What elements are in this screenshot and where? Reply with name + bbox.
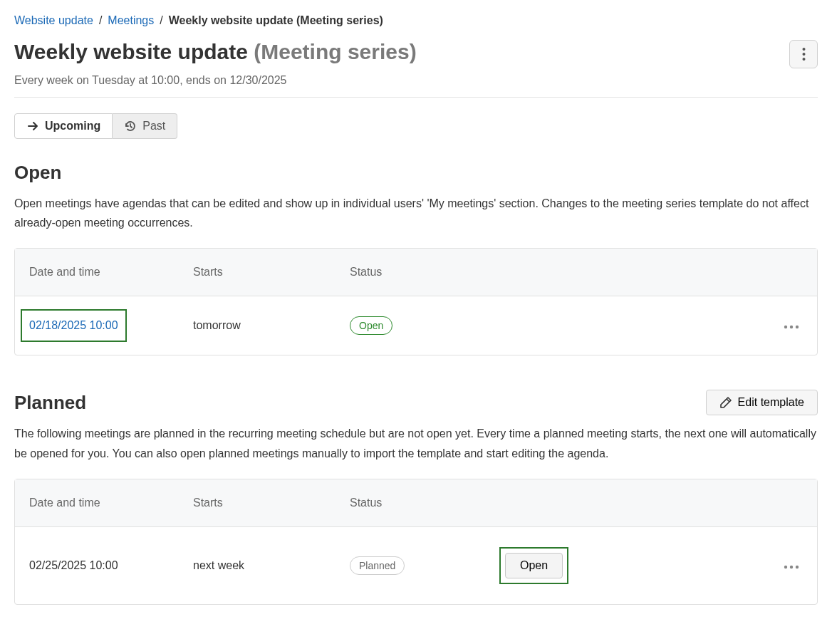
- planned-th-starts: Starts: [179, 479, 336, 527]
- meeting-datetime: 02/25/2025 10:00: [15, 527, 179, 604]
- planned-th-datetime: Date and time: [15, 479, 179, 527]
- open-th-starts: Starts: [179, 249, 336, 296]
- svg-point-0: [802, 48, 805, 51]
- planned-th-menu: [706, 479, 817, 527]
- breadcrumb-current: Weekly website update (Meeting series): [169, 14, 383, 27]
- open-th-datetime: Date and time: [15, 249, 179, 296]
- row-menu-button[interactable]: [780, 322, 803, 332]
- open-meeting-button[interactable]: Open: [505, 553, 563, 578]
- tab-past[interactable]: Past: [113, 113, 177, 139]
- breadcrumb: Website update / Meetings / Weekly websi…: [14, 14, 818, 27]
- tabs: Upcoming Past: [14, 113, 818, 139]
- planned-th-status: Status: [336, 479, 485, 527]
- tab-upcoming[interactable]: Upcoming: [14, 113, 113, 139]
- svg-point-2: [802, 58, 805, 61]
- svg-point-8: [796, 566, 799, 568]
- meeting-starts: tomorrow: [179, 296, 336, 355]
- table-row: 02/18/2025 10:00 tomorrow Open: [15, 296, 817, 355]
- planned-meetings-table: Date and time Starts Status 02/25/2025 1…: [14, 479, 818, 605]
- status-badge: Planned: [350, 556, 405, 575]
- page-title-suffix: (Meeting series): [254, 40, 416, 63]
- header-divider: [14, 97, 818, 98]
- meeting-starts: next week: [179, 527, 336, 604]
- svg-point-1: [802, 53, 805, 56]
- breadcrumb-meetings-link[interactable]: Meetings: [108, 14, 154, 27]
- history-icon: [124, 120, 137, 133]
- svg-point-3: [784, 326, 787, 328]
- open-th-status: Status: [336, 249, 485, 296]
- arrow-right-icon: [26, 120, 39, 133]
- page-title-main: Weekly website update: [14, 40, 248, 63]
- svg-point-6: [784, 566, 787, 568]
- open-meetings-table: Date and time Starts Status 02/18/2025 1…: [14, 248, 818, 355]
- open-th-action: [485, 249, 706, 296]
- highlight-box: Open: [499, 547, 568, 584]
- section-open-title: Open: [14, 162, 818, 184]
- planned-th-action: [485, 479, 706, 527]
- more-actions-button[interactable]: [789, 40, 818, 68]
- breadcrumb-root-link[interactable]: Website update: [14, 14, 93, 27]
- edit-template-button[interactable]: Edit template: [706, 390, 818, 415]
- more-horizontal-icon: [783, 565, 800, 569]
- breadcrumb-separator: /: [99, 14, 102, 27]
- tab-past-label: Past: [142, 120, 165, 133]
- svg-point-4: [790, 326, 793, 328]
- row-menu-button[interactable]: [780, 562, 803, 572]
- section-open-description: Open meetings have agendas that can be e…: [14, 194, 818, 232]
- table-row: 02/25/2025 10:00 next week Planned Open: [15, 527, 817, 604]
- section-planned-title: Planned: [14, 392, 86, 414]
- breadcrumb-separator: /: [160, 14, 162, 27]
- kebab-icon: [802, 47, 806, 61]
- svg-point-5: [796, 326, 799, 328]
- pencil-icon: [719, 396, 732, 409]
- meeting-datetime-link[interactable]: 02/18/2025 10:00: [29, 319, 118, 331]
- schedule-text: Every week on Tuesday at 10:00, ends on …: [14, 74, 818, 87]
- highlight-box: 02/18/2025 10:00: [21, 309, 127, 342]
- page-title: Weekly website update (Meeting series): [14, 40, 417, 64]
- edit-template-label: Edit template: [738, 396, 804, 409]
- tab-upcoming-label: Upcoming: [45, 120, 100, 133]
- section-planned-description: The following meetings are planned in th…: [14, 424, 818, 462]
- more-horizontal-icon: [783, 325, 800, 329]
- status-badge: Open: [350, 316, 392, 335]
- open-th-menu: [706, 249, 817, 296]
- svg-point-7: [790, 566, 793, 568]
